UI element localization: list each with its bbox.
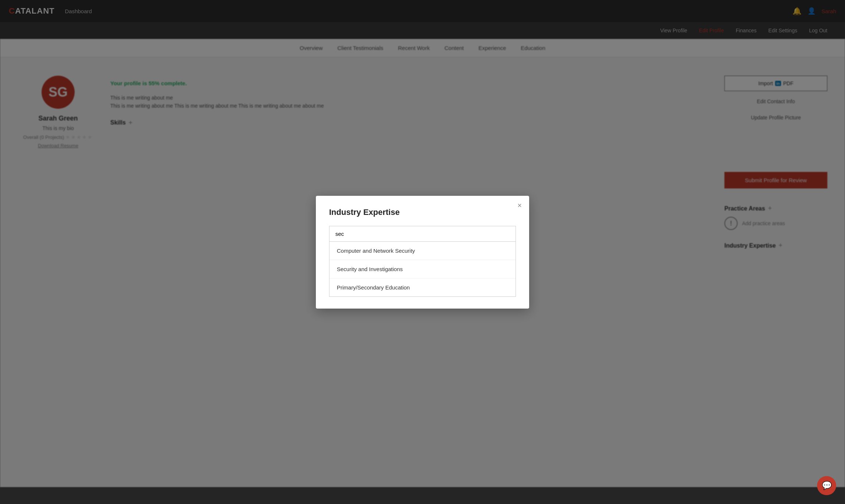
industry-dropdown: Computer and Network Security Security a… bbox=[329, 242, 516, 297]
modal-title: Industry Expertise bbox=[329, 208, 516, 217]
dropdown-item-1[interactable]: Security and Investigations bbox=[329, 260, 516, 278]
chat-icon: 💬 bbox=[822, 481, 832, 490]
dropdown-item-0[interactable]: Computer and Network Security bbox=[329, 242, 516, 260]
industry-search-input[interactable] bbox=[329, 226, 516, 242]
chat-bubble-button[interactable]: 💬 bbox=[817, 476, 836, 495]
modal-overlay: × Industry Expertise Computer and Networ… bbox=[0, 0, 845, 504]
dropdown-item-2[interactable]: Primary/Secondary Education bbox=[329, 278, 516, 296]
industry-expertise-modal: × Industry Expertise Computer and Networ… bbox=[316, 196, 529, 309]
modal-close-button[interactable]: × bbox=[517, 202, 522, 209]
